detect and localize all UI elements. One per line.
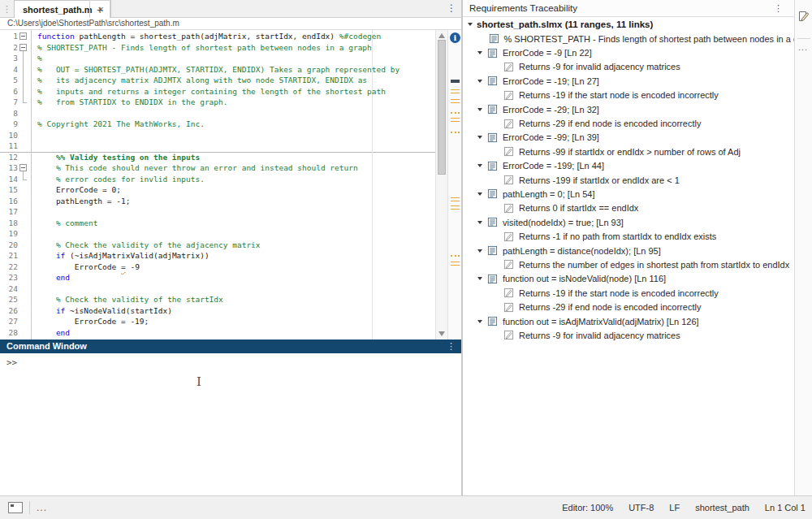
tree-range-row[interactable]: % SHORTEST_PATH - Finds length of shorte… — [463, 32, 794, 45]
tree-link-row[interactable]: Returns -9 for invalid adjacency matrice… — [463, 328, 794, 342]
code-fold-icon[interactable] — [19, 164, 27, 171]
line-number[interactable]: 16 — [0, 196, 18, 207]
code-line[interactable]: if (~isAdjMatrixValid(adjMatrix)) — [37, 250, 400, 262]
collapse-arrow-icon[interactable] — [477, 192, 482, 196]
message-indicator-bar[interactable]: i — [447, 30, 461, 340]
line-number[interactable]: 2 — [0, 42, 18, 54]
line-number[interactable]: 19 — [0, 228, 18, 240]
code-line[interactable]: % comment — [37, 218, 400, 229]
editor-menu-icon[interactable]: ⋮ — [447, 2, 456, 14]
code-fold-icon[interactable] — [19, 32, 27, 40]
code-fold-icon[interactable] — [19, 44, 27, 51]
line-number[interactable]: 14 — [0, 174, 18, 185]
code-line[interactable]: end — [37, 327, 400, 339]
code-line[interactable]: pathLength = -1; — [37, 196, 400, 207]
tree-range-row[interactable]: ErrorCode = -199; [Ln 44] — [463, 159, 794, 173]
line-number[interactable]: 21 — [0, 250, 18, 262]
annotate-icon[interactable] — [797, 10, 810, 26]
code-line[interactable]: % its adjacency matrix ADJMTX along with… — [37, 75, 400, 86]
tree-range-row[interactable]: pathLength = 0; [Ln 54] — [463, 187, 794, 201]
message-marker-warning[interactable] — [451, 253, 460, 257]
editor-gutter-numbers[interactable]: 1234567891011121314151617181920212223242… — [0, 31, 18, 338]
tree-link-row[interactable]: Returns -29 if end node is encoded incor… — [463, 300, 794, 314]
code-line[interactable]: % OUT = SHORTEST_PATH(ADJMTX, STARTIDX, … — [37, 64, 400, 76]
collapse-arrow-icon[interactable] — [477, 277, 482, 280]
line-number[interactable]: 12 — [0, 152, 18, 163]
collapse-arrow-icon[interactable] — [477, 80, 482, 83]
tree-root-row[interactable]: shortest_path.slmx (11 ranges, 11 links) — [463, 17, 794, 32]
current-function[interactable]: shortest_path — [695, 503, 749, 513]
line-number[interactable]: 17 — [0, 206, 18, 218]
code-line[interactable] — [37, 130, 400, 141]
tree-link-row[interactable]: Returns -19 if the start node is encoded… — [463, 89, 794, 102]
code-line[interactable]: if ~isNodeValid(startIdx) — [37, 305, 400, 317]
collapse-arrow-icon[interactable] — [477, 136, 482, 139]
collapse-arrow-icon[interactable] — [477, 164, 482, 167]
status-more-icon[interactable]: ... — [37, 502, 47, 513]
tree-link-row[interactable]: Returns -199 if startIdx or endIdx are <… — [463, 173, 794, 187]
message-marker-warning[interactable] — [451, 262, 460, 266]
tree-link-row[interactable]: Returns -29 if end node is encoded incor… — [463, 116, 794, 130]
panel-more-icon[interactable]: ... — [798, 42, 808, 52]
line-number[interactable]: 11 — [0, 141, 18, 152]
line-number[interactable]: 10 — [0, 130, 18, 141]
line-number[interactable]: 5 — [0, 75, 18, 86]
code-line[interactable] — [37, 283, 400, 295]
collapse-arrow-icon[interactable] — [477, 108, 482, 111]
message-marker-warning[interactable] — [451, 118, 460, 122]
line-number[interactable]: 23 — [0, 272, 18, 283]
line-number[interactable]: 7 — [0, 97, 18, 108]
scroll-down-icon[interactable] — [438, 331, 445, 336]
message-marker-warning[interactable] — [451, 130, 460, 133]
line-number[interactable]: 8 — [0, 108, 18, 119]
editor-scrollbar[interactable] — [435, 30, 447, 340]
line-number[interactable]: 9 — [0, 119, 18, 130]
code-line[interactable] — [37, 108, 400, 119]
collapse-arrow-icon[interactable] — [477, 51, 482, 54]
message-marker-warning[interactable] — [451, 99, 460, 103]
line-number[interactable]: 22 — [0, 262, 18, 273]
command-window-header[interactable]: Command Window ⋮ — [0, 340, 461, 353]
editor-code-lines[interactable]: function pathLength = shortest_path(adjM… — [37, 31, 400, 338]
tree-range-row[interactable]: visited(nodeIdx) = true; [Ln 93] — [463, 215, 794, 229]
line-number[interactable]: 27 — [0, 316, 18, 327]
scrollbar-thumb[interactable] — [438, 40, 446, 175]
line-ending-indicator[interactable]: LF — [669, 503, 680, 513]
line-number[interactable]: 3 — [0, 53, 18, 64]
tree-range-row[interactable]: ErrorCode = -29; [Ln 32] — [463, 102, 794, 116]
requirements-menu-icon[interactable]: ⋮ — [774, 0, 783, 16]
code-line[interactable]: % Copyright 2021 The MathWorks, Inc. — [37, 119, 400, 130]
tree-link-row[interactable]: Returns 0 if startIdx == endIdx — [463, 201, 794, 215]
scroll-up-icon[interactable] — [438, 33, 445, 38]
code-line[interactable]: % from STARTIDX to ENDIDX in the graph. — [37, 97, 400, 108]
tree-range-row[interactable]: ErrorCode = -19; [Ln 27] — [463, 74, 794, 88]
code-line[interactable]: % — [37, 53, 400, 64]
tree-range-row[interactable]: pathLength = distance(nodeIdx); [Ln 95] — [463, 244, 794, 257]
code-line[interactable]: % This code should never throw an error … — [37, 162, 400, 174]
tree-link-row[interactable]: Returns -9 for invalid adjacency matrice… — [463, 60, 794, 74]
line-number[interactable]: 24 — [0, 283, 18, 295]
code-line[interactable] — [37, 228, 400, 240]
message-marker-warning[interactable] — [451, 110, 460, 114]
editor-zoom[interactable]: Editor: 100% — [562, 503, 613, 513]
line-number[interactable]: 4 — [0, 64, 18, 76]
code-line[interactable]: % Check the validity of the adjacency ma… — [37, 240, 400, 251]
tree-link-row[interactable]: Returns -19 if the start node is encoded… — [463, 286, 794, 300]
tree-link-row[interactable]: Returns -99 if startIdx or endIdx > numb… — [463, 145, 794, 158]
collapse-arrow-icon[interactable] — [477, 320, 482, 323]
new-tab-button[interactable]: + — [89, 0, 110, 18]
line-number[interactable]: 20 — [0, 240, 18, 251]
message-marker-warning[interactable] — [451, 205, 460, 210]
encoding-indicator[interactable]: UTF-8 — [628, 503, 654, 513]
tree-range-row[interactable]: ErrorCode = -99; [Ln 39] — [463, 131, 794, 145]
code-line[interactable]: % inputs and returns a integer containin… — [37, 86, 400, 97]
tree-range-row[interactable]: ErrorCode = -9 [Ln 22] — [463, 45, 794, 59]
line-number[interactable]: 13 — [0, 162, 18, 174]
command-window-menu-icon[interactable]: ⋮ — [447, 340, 456, 353]
line-number[interactable]: 1 — [0, 31, 18, 42]
tree-range-row[interactable]: function out = isAdjMatrixValid(adjMatri… — [463, 314, 794, 328]
code-line[interactable]: ErrorCode = 0; — [37, 184, 400, 196]
code-line[interactable]: end — [37, 272, 400, 283]
line-number[interactable]: 15 — [0, 184, 18, 196]
collapse-arrow-icon[interactable] — [477, 221, 482, 224]
